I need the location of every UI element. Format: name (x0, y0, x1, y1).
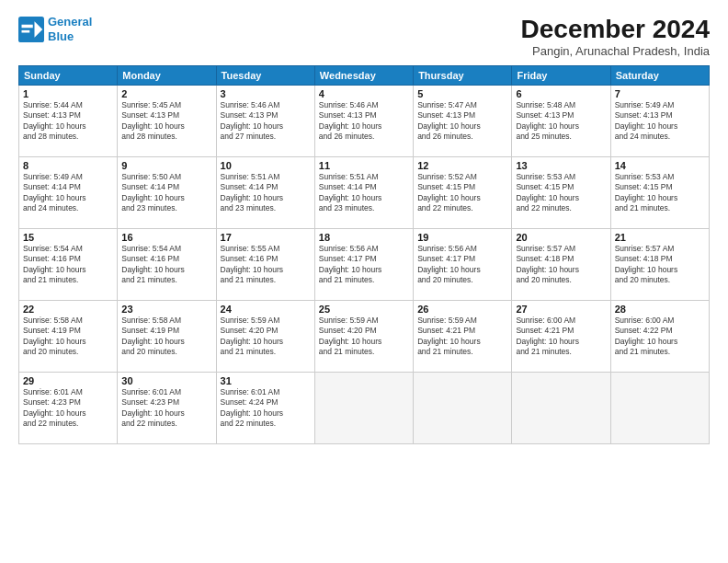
logo-text: General Blue (48, 15, 92, 43)
day-number: 19 (417, 232, 507, 243)
title-block: December 2024 Pangin, Arunachal Pradesh,… (521, 15, 710, 58)
day-info: Sunrise: 5:47 AM Sunset: 4:13 PM Dayligh… (417, 100, 507, 143)
calendar-header-friday: Friday (512, 66, 610, 86)
day-cell-26: 26Sunrise: 5:59 AM Sunset: 4:21 PM Dayli… (414, 301, 512, 373)
day-cell-30: 30Sunrise: 6:01 AM Sunset: 4:23 PM Dayli… (118, 373, 216, 444)
day-info: Sunrise: 5:52 AM Sunset: 4:15 PM Dayligh… (417, 172, 507, 214)
day-cell-4: 4Sunrise: 5:46 AM Sunset: 4:13 PM Daylig… (314, 86, 413, 157)
day-info: Sunrise: 5:46 AM Sunset: 4:13 PM Dayligh… (221, 100, 311, 143)
day-cell-9: 9Sunrise: 5:50 AM Sunset: 4:14 PM Daylig… (118, 157, 216, 229)
day-info: Sunrise: 5:49 AM Sunset: 4:14 PM Dayligh… (23, 172, 113, 214)
day-info: Sunrise: 6:00 AM Sunset: 4:22 PM Dayligh… (615, 316, 705, 358)
logo-line2: Blue (48, 29, 74, 43)
day-cell-13: 13Sunrise: 5:53 AM Sunset: 4:15 PM Dayli… (512, 157, 610, 229)
empty-cell (610, 373, 709, 444)
day-number: 24 (221, 304, 311, 315)
day-number: 30 (121, 375, 211, 386)
day-info: Sunrise: 5:45 AM Sunset: 4:13 PM Dayligh… (121, 100, 211, 143)
day-cell-5: 5Sunrise: 5:47 AM Sunset: 4:13 PM Daylig… (414, 86, 512, 157)
day-number: 12 (417, 160, 507, 171)
subtitle: Pangin, Arunachal Pradesh, India (521, 44, 710, 58)
day-number: 22 (23, 304, 113, 315)
logo-line1: General (48, 15, 92, 29)
day-number: 27 (516, 304, 606, 315)
day-info: Sunrise: 5:59 AM Sunset: 4:20 PM Dayligh… (319, 316, 409, 358)
empty-cell (414, 373, 512, 444)
day-cell-17: 17Sunrise: 5:55 AM Sunset: 4:16 PM Dayli… (216, 229, 314, 301)
day-info: Sunrise: 5:55 AM Sunset: 4:16 PM Dayligh… (221, 244, 311, 286)
day-info: Sunrise: 5:59 AM Sunset: 4:21 PM Dayligh… (417, 316, 507, 358)
day-number: 15 (23, 232, 113, 243)
day-cell-3: 3Sunrise: 5:46 AM Sunset: 4:13 PM Daylig… (216, 86, 314, 157)
week-row-3: 15Sunrise: 5:54 AM Sunset: 4:16 PM Dayli… (19, 229, 710, 301)
day-info: Sunrise: 5:58 AM Sunset: 4:19 PM Dayligh… (23, 316, 113, 358)
calendar-header-thursday: Thursday (414, 66, 512, 86)
day-cell-14: 14Sunrise: 5:53 AM Sunset: 4:15 PM Dayli… (610, 157, 709, 229)
day-info: Sunrise: 5:54 AM Sunset: 4:16 PM Dayligh… (121, 244, 211, 286)
calendar-header-row: SundayMondayTuesdayWednesdayThursdayFrid… (19, 66, 710, 86)
week-row-5: 29Sunrise: 6:01 AM Sunset: 4:23 PM Dayli… (19, 373, 710, 444)
day-number: 23 (121, 304, 211, 315)
day-number: 6 (516, 88, 606, 99)
day-number: 10 (221, 160, 311, 171)
header: General Blue December 2024 Pangin, Aruna… (18, 15, 710, 58)
day-info: Sunrise: 5:50 AM Sunset: 4:14 PM Dayligh… (121, 172, 211, 214)
calendar-header-wednesday: Wednesday (314, 66, 413, 86)
day-number: 7 (615, 88, 705, 99)
day-info: Sunrise: 5:44 AM Sunset: 4:13 PM Dayligh… (23, 100, 113, 143)
day-number: 21 (615, 232, 705, 243)
day-number: 3 (221, 88, 311, 99)
day-number: 17 (221, 232, 311, 243)
svg-rect-2 (22, 24, 33, 28)
day-cell-25: 25Sunrise: 5:59 AM Sunset: 4:20 PM Dayli… (314, 301, 413, 373)
day-info: Sunrise: 6:00 AM Sunset: 4:21 PM Dayligh… (516, 316, 606, 358)
day-cell-27: 27Sunrise: 6:00 AM Sunset: 4:21 PM Dayli… (512, 301, 610, 373)
empty-cell (314, 373, 413, 444)
day-number: 8 (23, 160, 113, 171)
calendar-table: SundayMondayTuesdayWednesdayThursdayFrid… (18, 65, 710, 444)
svg-rect-3 (22, 29, 30, 32)
day-info: Sunrise: 5:56 AM Sunset: 4:17 PM Dayligh… (417, 244, 507, 286)
calendar-header-sunday: Sunday (19, 66, 118, 86)
day-cell-16: 16Sunrise: 5:54 AM Sunset: 4:16 PM Dayli… (118, 229, 216, 301)
week-row-1: 1Sunrise: 5:44 AM Sunset: 4:13 PM Daylig… (19, 86, 710, 157)
day-info: Sunrise: 5:48 AM Sunset: 4:13 PM Dayligh… (516, 100, 606, 143)
day-info: Sunrise: 5:53 AM Sunset: 4:15 PM Dayligh… (516, 172, 606, 214)
day-number: 2 (121, 88, 211, 99)
day-number: 31 (221, 375, 311, 386)
day-number: 28 (615, 304, 705, 315)
logo-icon (18, 17, 44, 42)
week-row-2: 8Sunrise: 5:49 AM Sunset: 4:14 PM Daylig… (19, 157, 710, 229)
main-title: December 2024 (521, 15, 710, 44)
day-info: Sunrise: 5:46 AM Sunset: 4:13 PM Dayligh… (319, 100, 409, 143)
day-cell-22: 22Sunrise: 5:58 AM Sunset: 4:19 PM Dayli… (19, 301, 118, 373)
day-cell-15: 15Sunrise: 5:54 AM Sunset: 4:16 PM Dayli… (19, 229, 118, 301)
day-number: 9 (121, 160, 211, 171)
day-info: Sunrise: 5:54 AM Sunset: 4:16 PM Dayligh… (23, 244, 113, 286)
calendar-header-tuesday: Tuesday (216, 66, 314, 86)
day-number: 18 (319, 232, 409, 243)
day-cell-24: 24Sunrise: 5:59 AM Sunset: 4:20 PM Dayli… (216, 301, 314, 373)
day-number: 13 (516, 160, 606, 171)
logo: General Blue (18, 15, 92, 43)
day-cell-28: 28Sunrise: 6:00 AM Sunset: 4:22 PM Dayli… (610, 301, 709, 373)
day-cell-1: 1Sunrise: 5:44 AM Sunset: 4:13 PM Daylig… (19, 86, 118, 157)
day-info: Sunrise: 5:56 AM Sunset: 4:17 PM Dayligh… (319, 244, 409, 286)
day-cell-8: 8Sunrise: 5:49 AM Sunset: 4:14 PM Daylig… (19, 157, 118, 229)
day-cell-12: 12Sunrise: 5:52 AM Sunset: 4:15 PM Dayli… (414, 157, 512, 229)
day-info: Sunrise: 5:51 AM Sunset: 4:14 PM Dayligh… (221, 172, 311, 214)
day-cell-21: 21Sunrise: 5:57 AM Sunset: 4:18 PM Dayli… (610, 229, 709, 301)
day-cell-19: 19Sunrise: 5:56 AM Sunset: 4:17 PM Dayli… (414, 229, 512, 301)
day-number: 5 (417, 88, 507, 99)
day-cell-10: 10Sunrise: 5:51 AM Sunset: 4:14 PM Dayli… (216, 157, 314, 229)
day-number: 4 (319, 88, 409, 99)
day-cell-20: 20Sunrise: 5:57 AM Sunset: 4:18 PM Dayli… (512, 229, 610, 301)
day-cell-31: 31Sunrise: 6:01 AM Sunset: 4:24 PM Dayli… (216, 373, 314, 444)
day-number: 29 (23, 375, 113, 386)
day-cell-18: 18Sunrise: 5:56 AM Sunset: 4:17 PM Dayli… (314, 229, 413, 301)
day-number: 14 (615, 160, 705, 171)
day-info: Sunrise: 5:51 AM Sunset: 4:14 PM Dayligh… (319, 172, 409, 214)
day-cell-11: 11Sunrise: 5:51 AM Sunset: 4:14 PM Dayli… (314, 157, 413, 229)
day-cell-2: 2Sunrise: 5:45 AM Sunset: 4:13 PM Daylig… (118, 86, 216, 157)
page: General Blue December 2024 Pangin, Aruna… (0, 0, 728, 563)
